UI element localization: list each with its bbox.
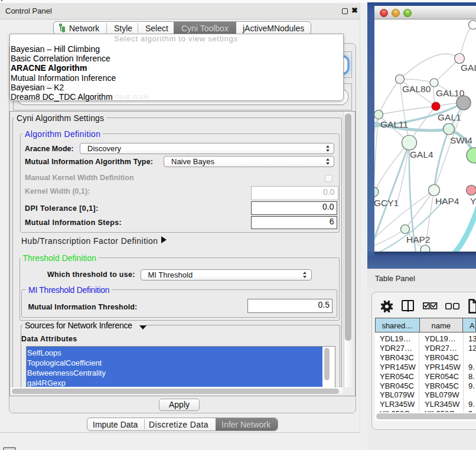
svg-text:GAL80: GAL80: [402, 84, 431, 94]
svg-text:GAL11: GAL11: [380, 119, 408, 129]
svg-text:HAP2: HAP2: [406, 234, 431, 244]
svg-text:GAL7: GAL7: [461, 63, 476, 73]
svg-text:GAL10: GAL10: [436, 88, 465, 98]
svg-text:GCY1: GCY1: [374, 198, 399, 208]
svg-text:Y: Y: [470, 196, 476, 206]
svg-text:HAP4: HAP4: [435, 196, 459, 206]
svg-text:GAL1: GAL1: [438, 112, 461, 122]
svg-text:SWI4: SWI4: [450, 135, 472, 145]
svg-text:GAL4: GAL4: [410, 149, 433, 159]
